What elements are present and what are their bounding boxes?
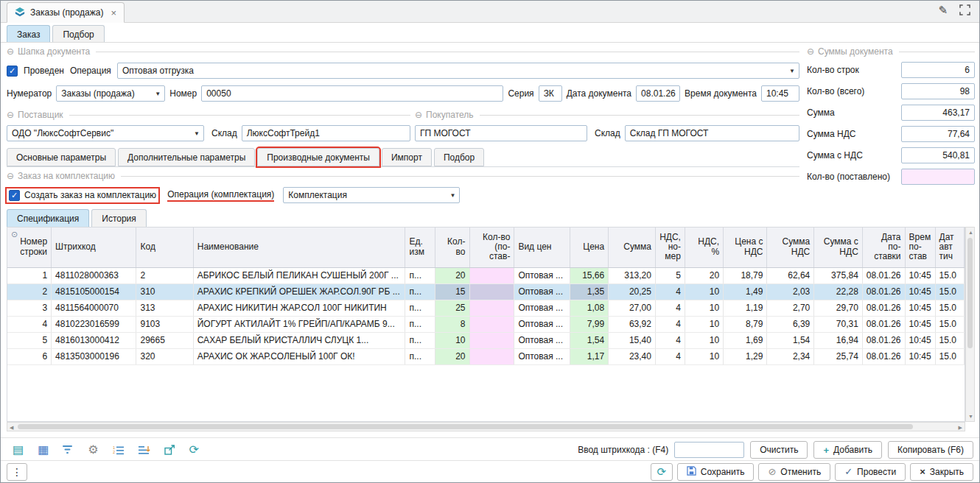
cell-price-type[interactable]: Оптовая ... — [514, 283, 570, 300]
cell-vat-number[interactable]: 4 — [655, 283, 685, 300]
sort-icon[interactable] — [139, 445, 150, 455]
cell-name[interactable]: САХАР БЕЛЫЙ КРИСТАЛЛИЧ СЛУЦК 1... — [193, 332, 405, 348]
cell-delivery-time[interactable]: 10:45 — [905, 348, 935, 364]
cell-unit[interactable]: п... — [405, 316, 435, 332]
vertical-scrollbar[interactable]: ▲ ▼ — [965, 227, 975, 422]
collapse-icon[interactable]: ⊖ — [415, 110, 422, 120]
cell-sum[interactable]: 27,00 — [609, 300, 656, 316]
cell-price-type[interactable]: Оптовая ... — [514, 348, 570, 364]
horizontal-scrollbar[interactable]: ◀ ▶ — [7, 422, 965, 431]
cell-vat-sum[interactable]: 2,70 — [767, 300, 814, 316]
cell-qty-delivered[interactable] — [469, 332, 514, 348]
cell-vat-percent[interactable]: 10 — [685, 300, 723, 316]
cell-name[interactable]: АБРИКОС БЕЛЫЙ ПЕЛИКАН СУШЕНЫЙ 200Г ... — [193, 267, 405, 283]
cell-vat-sum[interactable]: 2,03 — [767, 283, 814, 300]
kitting-operation-select[interactable]: Комплектация ▼ — [283, 187, 460, 203]
cell-delivery-date[interactable]: 08.01.26 — [862, 283, 905, 300]
cell-price-with-vat[interactable]: 18,79 — [724, 267, 767, 283]
spec-table-row[interactable]: 5481601300041229665САХАР БЕЛЫЙ КРИСТАЛЛИ… — [7, 332, 965, 348]
cell-code[interactable]: 9103 — [136, 316, 193, 332]
column-header-sum[interactable]: Сумма — [609, 228, 656, 267]
cell-vat-sum[interactable]: 2,34 — [767, 348, 814, 364]
cell-vat-percent[interactable]: 10 — [685, 348, 723, 364]
column-header-auto-date[interactable]: Дат авт тич — [935, 228, 964, 267]
supplier-select[interactable]: ОДО "ЛюксСофтСервис" ▼ — [7, 125, 204, 141]
cell-vat-sum[interactable]: 6,39 — [767, 316, 814, 332]
cell-price-type[interactable]: Оптовая ... — [514, 332, 570, 348]
cell-price[interactable]: 1,54 — [570, 332, 608, 348]
cell-price-with-vat[interactable]: 8,79 — [724, 316, 767, 332]
cell-sum-with-vat[interactable]: 375,84 — [814, 267, 863, 283]
cell-unit[interactable]: п... — [405, 267, 435, 283]
cell-price-with-vat[interactable]: 1,19 — [724, 300, 767, 316]
cell-vat-sum[interactable]: 62,64 — [767, 267, 814, 283]
cell-qty[interactable]: 25 — [435, 300, 469, 316]
cell-delivery-time[interactable]: 10:45 — [905, 283, 935, 300]
cell-code[interactable]: 313 — [136, 300, 193, 316]
view-list-icon[interactable]: ▤ — [13, 444, 24, 456]
totals-value-field[interactable]: 463,17 — [901, 105, 975, 121]
cell-sum-with-vat[interactable]: 16,94 — [814, 332, 863, 348]
cell-price[interactable]: 1,17 — [570, 348, 608, 364]
cell-code[interactable]: 310 — [136, 283, 193, 300]
cell-sum-with-vat[interactable]: 22,28 — [814, 283, 863, 300]
cell-auto-date[interactable]: 15.0 — [935, 332, 964, 348]
cell-price-type[interactable]: Оптовая ... — [514, 300, 570, 316]
cell-code[interactable]: 29665 — [136, 332, 193, 348]
add-button[interactable]: + Добавить — [813, 441, 882, 459]
cell-delivery-time[interactable]: 10:45 — [905, 300, 935, 316]
cell-delivery-date[interactable]: 08.01.26 — [862, 332, 905, 348]
tab-close-icon[interactable]: × — [111, 7, 116, 18]
doc-date-input[interactable]: 08.01.26 — [636, 85, 680, 102]
column-header-vat-number[interactable]: НДС, но- мер — [655, 228, 685, 267]
refresh-table-icon[interactable]: ⟳ — [189, 444, 199, 456]
tab-selection[interactable]: Подбор — [434, 148, 484, 166]
cell-qty[interactable]: 20 — [435, 267, 469, 283]
edit-icon[interactable]: ✎ — [938, 4, 948, 15]
cell-price[interactable]: 15,66 — [570, 267, 608, 283]
refresh-button[interactable]: ⟳ — [651, 463, 673, 481]
totals-value-field[interactable]: 77,64 — [901, 126, 975, 142]
settings-gear-icon[interactable]: ⚙ — [88, 444, 98, 456]
cell-qty-delivered[interactable] — [469, 283, 514, 300]
cell-vat-percent[interactable]: 10 — [685, 283, 723, 300]
column-header-delivery-date[interactable]: Дата по- ставки — [862, 228, 905, 267]
filter-icon[interactable] — [63, 445, 74, 454]
cell-line-number[interactable]: 1 — [7, 267, 52, 283]
cell-price[interactable]: 1,08 — [570, 300, 608, 316]
cell-qty[interactable]: 15 — [435, 283, 469, 300]
cell-price-with-vat[interactable]: 1,49 — [724, 283, 767, 300]
numerator-select[interactable]: Заказы (продажа) ▼ — [56, 85, 165, 102]
cell-barcode[interactable]: 4810223016599 — [52, 316, 136, 332]
cell-price-type[interactable]: Оптовая ... — [514, 316, 570, 332]
tab-additional-params[interactable]: Дополнительные параметры — [118, 148, 255, 166]
series-input[interactable]: ЗК — [539, 85, 562, 102]
cell-line-number[interactable]: 2 — [7, 283, 52, 300]
scroll-left-icon[interactable]: ◀ — [10, 425, 13, 430]
cell-line-number[interactable]: 6 — [7, 348, 52, 364]
cell-delivery-date[interactable]: 08.01.26 — [862, 300, 905, 316]
cell-barcode[interactable]: 4813503000196 — [52, 348, 136, 364]
collapse-icon[interactable]: ⊖ — [807, 46, 814, 57]
horizontal-scroll-thumb[interactable] — [18, 424, 913, 429]
cell-name[interactable]: АРАХИС КРЕПКИЙ ОРЕШЕК ЖАР.СОЛ.90Г РБ ... — [193, 283, 405, 300]
cell-sum-with-vat[interactable]: 29,70 — [814, 300, 863, 316]
tab-import[interactable]: Импорт — [382, 148, 432, 166]
cell-code[interactable]: 2 — [136, 267, 193, 283]
create-kitting-checkbox[interactable]: ✓ — [9, 190, 20, 201]
cell-delivery-time[interactable]: 10:45 — [905, 316, 935, 332]
cell-line-number[interactable]: 4 — [7, 316, 52, 332]
cell-delivery-date[interactable]: 08.01.26 — [862, 348, 905, 364]
cell-sum[interactable]: 15,40 — [609, 332, 656, 348]
supplier-warehouse-input[interactable]: ЛюксСофтТрейд1 — [242, 125, 410, 141]
cell-unit[interactable]: п... — [405, 348, 435, 364]
column-header-qty-delivered[interactable]: Кол-во (по- став- — [469, 228, 514, 267]
cell-sum[interactable]: 313,20 — [609, 267, 656, 283]
spec-table-row[interactable]: 24815105000154310АРАХИС КРЕПКИЙ ОРЕШЕК Ж… — [7, 283, 965, 300]
numbered-list-icon[interactable]: 12 — [113, 445, 125, 455]
posted-checkbox[interactable]: ✓ — [7, 66, 18, 77]
collapse-icon[interactable]: ⊖ — [7, 110, 14, 120]
fullscreen-icon[interactable] — [959, 4, 970, 15]
cell-delivery-time[interactable]: 10:45 — [905, 267, 935, 283]
column-header-sum-with-vat[interactable]: Сумма с НДС — [814, 228, 863, 267]
